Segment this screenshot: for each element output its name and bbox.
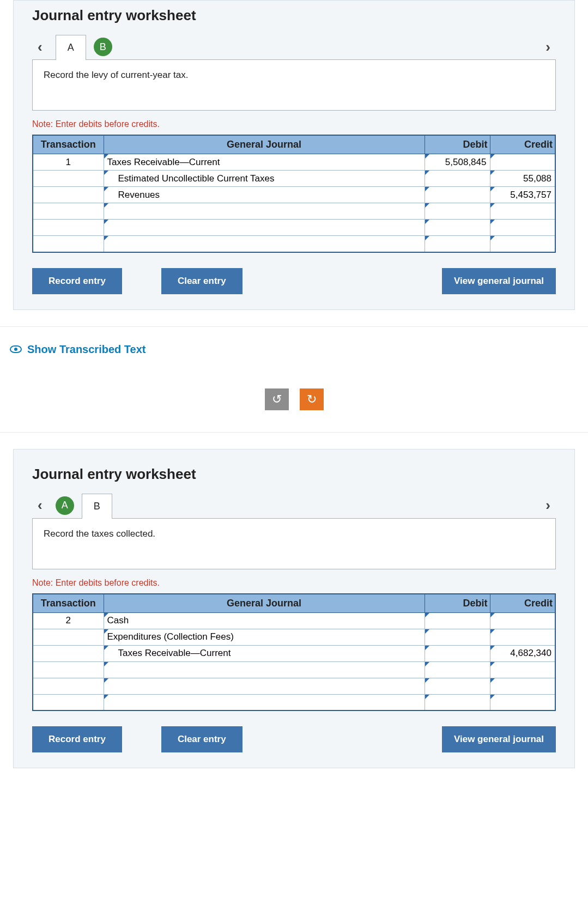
cell-account[interactable]: Taxes Receivable—Current [104, 645, 425, 661]
chevron-right-icon[interactable]: › [540, 39, 556, 56]
worksheet-panel-a: Journal entry worksheet ‹ A B › Record t… [13, 0, 575, 310]
cell-credit[interactable] [490, 678, 555, 694]
cell-account[interactable]: Expenditures (Collection Fees) [104, 629, 425, 645]
journal-table: Transaction General Journal Debit Credit… [32, 593, 556, 712]
cell-credit[interactable] [490, 203, 555, 220]
cell-transaction[interactable] [33, 678, 104, 694]
table-row: Estimated Uncollectible Current Taxes 55… [33, 171, 555, 187]
cell-debit[interactable] [425, 629, 490, 645]
tab-b[interactable]: B [94, 38, 112, 56]
cell-debit[interactable] [425, 187, 490, 203]
table-row [33, 220, 555, 236]
cell-debit[interactable] [425, 678, 490, 694]
show-transcribed-label: Show Transcribed Text [27, 343, 146, 356]
chevron-left-icon[interactable]: ‹ [32, 497, 48, 514]
note-text: Note: Enter debits before credits. [32, 578, 556, 588]
cell-account[interactable]: Estimated Uncollectible Current Taxes [104, 171, 425, 187]
button-row: Record entry Clear entry View general jo… [32, 726, 556, 752]
cell-account[interactable] [104, 678, 425, 694]
tab-a[interactable]: A [56, 496, 74, 515]
table-row [33, 661, 555, 678]
tab-row: ‹ A B › [32, 493, 556, 519]
cell-transaction[interactable]: 2 [33, 612, 104, 629]
record-entry-button[interactable]: Record entry [32, 268, 122, 294]
header-general-journal: General Journal [104, 594, 425, 613]
cell-transaction[interactable] [33, 236, 104, 252]
tab-b[interactable]: B [82, 494, 112, 519]
cell-transaction[interactable] [33, 629, 104, 645]
clear-entry-button[interactable]: Clear entry [161, 268, 243, 294]
cell-credit[interactable]: 55,088 [490, 171, 555, 187]
cell-credit[interactable] [490, 220, 555, 236]
cell-debit[interactable] [425, 612, 490, 629]
table-row [33, 678, 555, 694]
cell-credit[interactable]: 4,682,340 [490, 645, 555, 661]
table-row: Taxes Receivable—Current 4,682,340 [33, 645, 555, 661]
cell-account[interactable]: Revenues [104, 187, 425, 203]
cell-debit[interactable]: 5,508,845 [425, 154, 490, 171]
cell-transaction[interactable] [33, 171, 104, 187]
cell-transaction[interactable]: 1 [33, 154, 104, 171]
header-general-journal: General Journal [104, 135, 425, 154]
cell-account[interactable] [104, 694, 425, 710]
chevron-left-icon[interactable]: ‹ [32, 39, 48, 56]
divider [0, 432, 588, 433]
worksheet-title: Journal entry worksheet [32, 7, 556, 24]
cell-transaction[interactable] [33, 187, 104, 203]
cell-transaction[interactable] [33, 694, 104, 710]
cell-credit[interactable] [490, 154, 555, 171]
view-general-journal-button[interactable]: View general journal [442, 268, 556, 294]
cell-transaction[interactable] [33, 203, 104, 220]
tab-row: ‹ A B › [32, 34, 556, 60]
cell-credit[interactable] [490, 694, 555, 710]
cell-credit[interactable]: 5,453,757 [490, 187, 555, 203]
cell-transaction[interactable] [33, 661, 104, 678]
cell-account[interactable]: Taxes Receivable—Current [104, 154, 425, 171]
table-row [33, 236, 555, 252]
cell-credit[interactable] [490, 629, 555, 645]
cell-credit[interactable] [490, 236, 555, 252]
divider [0, 326, 588, 327]
cell-transaction[interactable] [33, 645, 104, 661]
note-text: Note: Enter debits before credits. [32, 119, 556, 129]
button-row: Record entry Clear entry View general jo… [32, 268, 556, 294]
cell-debit[interactable] [425, 645, 490, 661]
header-debit: Debit [425, 594, 490, 613]
cell-debit[interactable] [425, 203, 490, 220]
cell-debit[interactable] [425, 661, 490, 678]
cell-account[interactable] [104, 203, 425, 220]
cell-debit[interactable] [425, 694, 490, 710]
table-row: Expenditures (Collection Fees) [33, 629, 555, 645]
header-transaction: Transaction [33, 135, 104, 154]
instruction-box: Record the taxes collected. [32, 518, 556, 569]
reload-buttons: ↺ ↻ [0, 388, 588, 410]
cell-credit[interactable] [490, 661, 555, 678]
rotate-left-icon[interactable]: ↺ [265, 388, 289, 410]
table-row [33, 694, 555, 710]
cell-account[interactable] [104, 220, 425, 236]
cell-account[interactable] [104, 661, 425, 678]
cell-debit[interactable] [425, 236, 490, 252]
table-row: Revenues 5,453,757 [33, 187, 555, 203]
cell-debit[interactable] [425, 171, 490, 187]
cell-account[interactable] [104, 236, 425, 252]
eye-icon [10, 345, 22, 353]
chevron-right-icon[interactable]: › [540, 497, 556, 514]
header-debit: Debit [425, 135, 490, 154]
tab-a[interactable]: A [56, 35, 86, 60]
show-transcribed-text-link[interactable]: Show Transcribed Text [10, 343, 588, 356]
cell-account[interactable]: Cash [104, 612, 425, 629]
rotate-right-icon[interactable]: ↻ [300, 388, 324, 410]
cell-transaction[interactable] [33, 220, 104, 236]
cell-credit[interactable] [490, 612, 555, 629]
cell-debit[interactable] [425, 220, 490, 236]
header-credit: Credit [490, 135, 555, 154]
record-entry-button[interactable]: Record entry [32, 726, 122, 752]
header-credit: Credit [490, 594, 555, 613]
header-transaction: Transaction [33, 594, 104, 613]
view-general-journal-button[interactable]: View general journal [442, 726, 556, 752]
clear-entry-button[interactable]: Clear entry [161, 726, 243, 752]
table-row: 1 Taxes Receivable—Current 5,508,845 [33, 154, 555, 171]
worksheet-title: Journal entry worksheet [32, 466, 556, 483]
instruction-box: Record the levy of current-year tax. [32, 59, 556, 111]
